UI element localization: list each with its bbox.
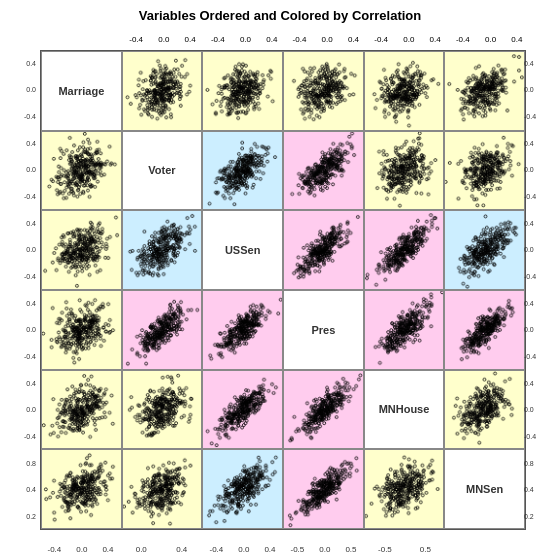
chart-title: Variables Ordered and Colored by Correla…	[0, 0, 560, 27]
cell-1-1: Voter	[122, 131, 203, 211]
top-axis-3: -0.40.00.4	[285, 30, 367, 48]
cell-1-5	[444, 131, 525, 211]
left-axes: 0.40.0-0.4 0.40.0-0.4 0.40.0-0.4 0.40.0-…	[2, 50, 38, 530]
left-axis-2: 0.40.0-0.4	[2, 210, 38, 290]
cell-3-5	[444, 290, 525, 370]
label-mnsen: MNSen	[445, 450, 524, 528]
left-axis-1: 0.40.0-0.4	[2, 130, 38, 210]
bottom-axis-5	[445, 540, 526, 558]
cell-0-3	[283, 51, 364, 131]
cell-0-5	[444, 51, 525, 131]
right-axis-0: 0.40.0-0.4	[524, 50, 556, 130]
label-voter: Voter	[123, 132, 202, 210]
cell-3-1	[122, 290, 203, 370]
top-axis-4: -0.40.00.4	[367, 30, 449, 48]
top-axis-2: -0.40.00.4	[203, 30, 285, 48]
cell-2-0	[41, 210, 122, 290]
cell-5-5: MNSen	[444, 449, 525, 529]
label-mnhouse: MNHouse	[365, 371, 444, 449]
cell-1-4	[364, 131, 445, 211]
cell-0-4	[364, 51, 445, 131]
cell-4-3	[283, 370, 364, 450]
bottom-axis-4: -0.50.5	[364, 540, 445, 558]
right-axes: 0.40.0-0.4 0.40.0-0.4 0.40.0-0.4 0.40.0-…	[524, 50, 556, 530]
bottom-axis-1: 0.00.4	[121, 540, 202, 558]
cell-1-3	[283, 131, 364, 211]
cell-4-1	[122, 370, 203, 450]
label-marriage: Marriage	[42, 52, 121, 130]
left-axis-5: 0.80.40.2	[2, 450, 38, 530]
cell-5-4	[364, 449, 445, 529]
right-axis-2: 0.40.0-0.4	[524, 210, 556, 290]
cell-4-2	[202, 370, 283, 450]
left-axis-0: 0.40.0-0.4	[2, 50, 38, 130]
left-axis-3: 0.40.0-0.4	[2, 290, 38, 370]
right-axis-3: 0.40.0-0.4	[524, 290, 556, 370]
top-axis-5: -0.40.00.4	[448, 30, 530, 48]
cell-2-3	[283, 210, 364, 290]
cell-3-3: Pres	[283, 290, 364, 370]
top-axis-1: -0.40.00.4	[122, 30, 204, 48]
cell-3-4	[364, 290, 445, 370]
cell-2-4	[364, 210, 445, 290]
cell-4-5	[444, 370, 525, 450]
cell-1-2	[202, 131, 283, 211]
cell-3-0	[41, 290, 122, 370]
cell-5-0	[41, 449, 122, 529]
left-axis-4: 0.40.0-0.4	[2, 370, 38, 450]
cell-2-2: USSen	[202, 210, 283, 290]
cell-1-0	[41, 131, 122, 211]
cell-5-3	[283, 449, 364, 529]
right-axis-1: 0.40.0-0.4	[524, 130, 556, 210]
cell-4-4: MNHouse	[364, 370, 445, 450]
cell-5-1	[122, 449, 203, 529]
cell-2-5	[444, 210, 525, 290]
label-pres: Pres	[284, 291, 363, 369]
bottom-axis-3: -0.50.00.5	[283, 540, 364, 558]
bottom-axis-2: -0.40.00.4	[202, 540, 283, 558]
cell-5-2	[202, 449, 283, 529]
top-axis: -0.40.00.4 -0.40.00.4 -0.40.00.4 -0.40.0…	[40, 30, 530, 48]
bottom-axis-0: -0.40.00.4	[40, 540, 121, 558]
scatter-plot-grid: Marriage Voter USSen Pres MNHouse	[40, 50, 526, 530]
cell-3-2	[202, 290, 283, 370]
right-axis-5: 0.80.40.2	[524, 450, 556, 530]
cell-0-2	[202, 51, 283, 131]
right-axis-4: 0.40.0-0.4	[524, 370, 556, 450]
cell-4-0	[41, 370, 122, 450]
cell-2-1	[122, 210, 203, 290]
chart-container: Variables Ordered and Colored by Correla…	[0, 0, 560, 560]
label-ussen: USSen	[203, 211, 282, 289]
bottom-axes: -0.40.00.4 0.00.4 -0.40.00.4 -0.50.00.5 …	[40, 540, 526, 558]
cell-0-1	[122, 51, 203, 131]
cell-0-0: Marriage	[41, 51, 122, 131]
